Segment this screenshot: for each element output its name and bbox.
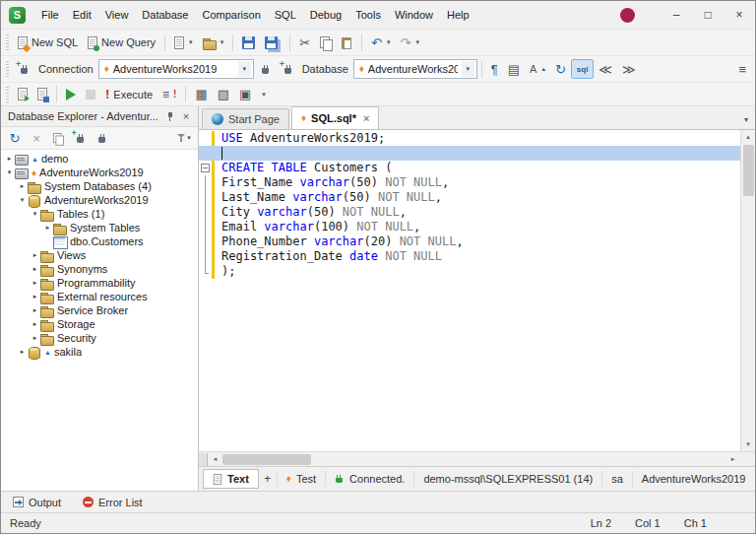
- connection-combobox[interactable]: ♦ AdventureWorks2019 ▾: [98, 59, 254, 79]
- tree-item-security[interactable]: ▸Security: [1, 331, 198, 345]
- expand-arrow[interactable]: ▸: [30, 265, 40, 273]
- output-tab[interactable]: Output: [13, 497, 61, 508]
- connection-settings-button[interactable]: [92, 129, 111, 148]
- decrease-indent-button[interactable]: ≪: [594, 58, 617, 80]
- refresh-code-button[interactable]: ↻: [550, 58, 571, 80]
- scroll-down-icon[interactable]: ▾: [741, 437, 755, 451]
- results-grid-button[interactable]: ▦: [190, 84, 212, 105]
- stop-button[interactable]: [81, 84, 100, 105]
- tree-item-programmability[interactable]: ▸Programmability: [1, 276, 198, 290]
- save-button[interactable]: [237, 32, 260, 53]
- expand-arrow[interactable]: ▸: [42, 224, 53, 232]
- close-panel-button[interactable]: ×: [178, 108, 194, 124]
- tree-item-sakila[interactable]: ▸▲sakila: [1, 345, 198, 359]
- expand-arrow[interactable]: ▾: [4, 168, 15, 176]
- tree-item-demo[interactable]: ▸▲demo: [1, 152, 198, 166]
- tree-item-storage[interactable]: ▸Storage: [1, 317, 198, 331]
- close-tab-icon[interactable]: ×: [363, 112, 369, 124]
- tab-list-dropdown[interactable]: ▾: [737, 109, 755, 129]
- format-document-button[interactable]: ¶: [486, 58, 503, 80]
- tree-item-service-broker[interactable]: ▸Service Broker: [1, 303, 198, 317]
- query-plan-button[interactable]: ▧: [213, 84, 234, 105]
- expand-arrow[interactable]: ▸: [17, 182, 28, 190]
- database-cell[interactable]: AdventureWorks2019: [632, 471, 755, 487]
- fold-gutter[interactable]: –: [199, 161, 212, 175]
- database-combobox[interactable]: ♦ AdventureWorks20... ▾: [353, 59, 477, 79]
- editor-line-5[interactable]: Last_Name varchar(50) NOT NULL,: [199, 190, 740, 205]
- filter-button[interactable]: ▾: [174, 129, 194, 148]
- scroll-right-icon[interactable]: ▸: [725, 452, 740, 466]
- copy-button[interactable]: [315, 32, 337, 53]
- code-editor[interactable]: USE AdventureWorks2019;–CREATE TABLE Cus…: [199, 130, 740, 451]
- document-properties-button[interactable]: [32, 84, 52, 105]
- expand-arrow[interactable]: ▸: [17, 348, 28, 356]
- save-all-button[interactable]: [260, 32, 285, 53]
- run-button[interactable]: [61, 84, 81, 105]
- user-cell[interactable]: sa: [601, 471, 632, 487]
- toolbar-grip[interactable]: [6, 87, 9, 102]
- add-view-button[interactable]: +: [259, 469, 277, 489]
- scroll-left-icon[interactable]: ◂: [208, 452, 222, 466]
- splitter-handle[interactable]: [199, 453, 208, 466]
- tree-item-system-databases-4[interactable]: ▸System Databases (4): [1, 179, 198, 193]
- tree-item-adventureworks2019[interactable]: ▾♦AdventureWorks2019: [1, 166, 198, 179]
- edit-connection-button[interactable]: [254, 58, 277, 80]
- tree-item-tables-1[interactable]: ▾Tables (1): [1, 207, 198, 221]
- expand-arrow[interactable]: ▸: [30, 251, 40, 259]
- tree-item-external-resources[interactable]: ▸External resources: [1, 290, 198, 303]
- pin-panel-button[interactable]: [162, 108, 178, 124]
- cut-button[interactable]: ✂: [294, 32, 315, 53]
- expand-arrow[interactable]: ▸: [4, 155, 15, 163]
- duplicate-button[interactable]: [48, 129, 68, 148]
- fold-collapse-icon[interactable]: –: [201, 164, 210, 172]
- editor-line-10[interactable]: );: [199, 264, 740, 279]
- new-document-dropdown-button[interactable]: ▾: [169, 32, 198, 53]
- execute-script-file-button[interactable]: [13, 84, 32, 105]
- expand-arrow[interactable]: ▸: [30, 306, 40, 314]
- refresh-connection-button[interactable]: +: [277, 58, 299, 80]
- editor-line-2[interactable]: [199, 146, 740, 161]
- connection-dropdown-icon[interactable]: ▾: [238, 61, 251, 77]
- editor-line-6[interactable]: City varchar(50) NOT NULL,: [199, 205, 740, 220]
- toolbar-overflow-button[interactable]: ≡: [733, 58, 751, 80]
- editor-line-3[interactable]: –CREATE TABLE Customers (: [199, 161, 740, 175]
- database-dropdown-icon[interactable]: ▾: [462, 61, 474, 77]
- new-query-button[interactable]: New Query: [83, 32, 160, 53]
- execute-button[interactable]: ! Execute: [100, 84, 158, 105]
- category-cell[interactable]: ♦ Test: [277, 471, 325, 487]
- editor-line-1[interactable]: USE AdventureWorks2019;: [199, 131, 740, 146]
- expand-arrow[interactable]: ▾: [17, 196, 28, 204]
- expand-arrow[interactable]: ▸: [30, 334, 40, 342]
- close-button[interactable]: ×: [724, 1, 755, 29]
- menu-database[interactable]: Database: [135, 1, 195, 29]
- new-connection-button[interactable]: +: [13, 58, 35, 80]
- toolbar-grip[interactable]: [6, 61, 9, 77]
- menu-comparison[interactable]: Comparison: [195, 1, 267, 29]
- uppercase-keywords-button[interactable]: A ▴: [525, 58, 550, 80]
- menu-view[interactable]: View: [98, 1, 136, 29]
- menu-window[interactable]: Window: [388, 1, 440, 29]
- menu-debug[interactable]: Debug: [303, 1, 348, 29]
- scroll-up-icon[interactable]: ▴: [741, 130, 755, 144]
- tab-sql-document[interactable]: ♦ SQL.sql* ×: [291, 106, 379, 129]
- editor-line-9[interactable]: Registration_Date date NOT NULL: [199, 249, 740, 264]
- minimize-button[interactable]: –: [661, 1, 692, 29]
- menu-file[interactable]: File: [34, 1, 66, 29]
- tree-item-synonyms[interactable]: ▸Synonyms: [1, 262, 198, 276]
- new-connection-button[interactable]: +: [70, 129, 90, 148]
- redo-button[interactable]: ↷ ▾: [395, 32, 423, 53]
- expand-arrow[interactable]: ▸: [30, 293, 40, 300]
- sql-syntax-toggle[interactable]: sql: [571, 59, 595, 79]
- editor-line-4[interactable]: First_Name varchar(50) NOT NULL,: [199, 175, 740, 190]
- scrollbar-thumb[interactable]: [222, 454, 311, 465]
- undo-button[interactable]: ↶ ▾: [366, 32, 395, 53]
- delete-button[interactable]: ×: [27, 129, 46, 148]
- server-cell[interactable]: demo-mssql\SQLEXPRESS01 (14): [413, 471, 601, 487]
- menu-sql[interactable]: SQL: [268, 1, 303, 29]
- new-sql-button[interactable]: New SQL: [13, 32, 83, 53]
- error-list-tab[interactable]: Error List: [83, 497, 143, 508]
- vertical-scrollbar[interactable]: ▴ ▾: [740, 130, 755, 451]
- menu-edit[interactable]: Edit: [66, 1, 98, 29]
- scrollbar-thumb[interactable]: [743, 145, 754, 196]
- text-view-tab[interactable]: Text: [203, 469, 259, 489]
